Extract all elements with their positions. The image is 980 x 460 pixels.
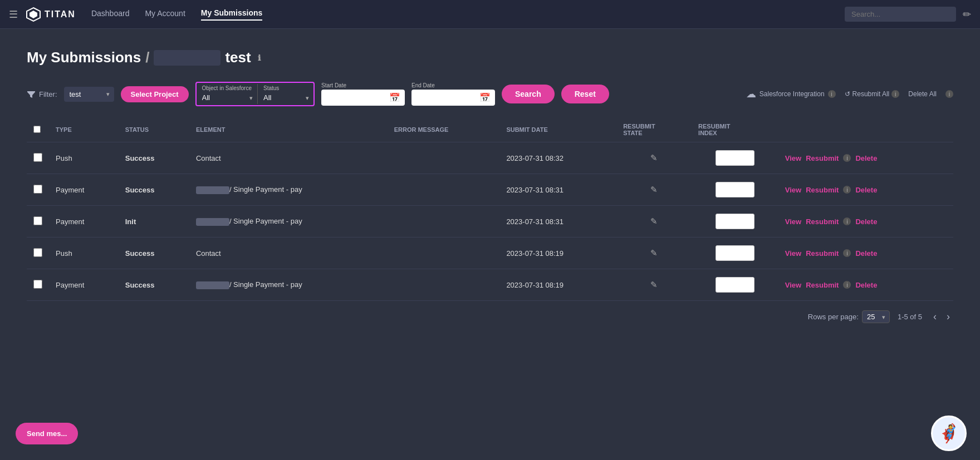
row-type: Payment: [49, 206, 119, 238]
resubmit-button-4[interactable]: Resubmit: [806, 281, 839, 289]
end-date-label: End Date: [411, 82, 495, 88]
row-checkbox-cell: [27, 142, 49, 174]
row-submit-date: 2023-07-31 08:32: [499, 142, 616, 174]
row-element: / Single Payment - pay: [189, 206, 388, 238]
row-checkbox-2[interactable]: [33, 216, 42, 225]
row-element: Contact: [189, 142, 388, 174]
cloud-icon: ☁: [746, 88, 756, 100]
row-checkbox-cell: [27, 174, 49, 206]
resubmit-info-icon-0[interactable]: i: [843, 154, 851, 162]
element-redacted: [196, 186, 229, 194]
filter-bar: Filter: test Select Project Object in Sa…: [27, 82, 953, 106]
row-status: Success: [119, 269, 189, 301]
delete-button-1[interactable]: Delete: [855, 186, 877, 194]
project-filter-select[interactable]: test: [64, 87, 114, 102]
resubmit-index-input-3[interactable]: [716, 245, 754, 261]
row-element: / Single Payment - pay: [189, 174, 388, 206]
view-button-2[interactable]: View: [785, 217, 801, 226]
resubmit-info-icon-2[interactable]: i: [843, 217, 851, 225]
status-select[interactable]: All Success Error Init: [258, 91, 313, 104]
start-date-input[interactable]: [326, 93, 387, 102]
row-resubmit-index: [692, 238, 778, 269]
table-body: PushSuccessContact2023-07-31 08:32✎ViewR…: [27, 142, 953, 301]
resubmit-index-input-4[interactable]: [716, 277, 754, 293]
resubmit-all-icon: ↺: [845, 90, 850, 98]
view-button-3[interactable]: View: [785, 249, 801, 258]
resubmit-info-icon-1[interactable]: i: [843, 186, 851, 194]
row-resubmit-index: [692, 174, 778, 206]
resubmit-state-edit-icon[interactable]: ✎: [650, 153, 658, 162]
delete-button-2[interactable]: Delete: [855, 217, 877, 226]
pagination-next-button[interactable]: ›: [943, 310, 953, 324]
row-error-message: [388, 174, 500, 206]
resubmit-info-icon-4[interactable]: i: [843, 281, 851, 289]
header-resubmit-index: RESUBMITINDEX: [692, 117, 778, 142]
project-name-redacted: [154, 50, 220, 66]
element-redacted: [196, 281, 229, 289]
end-date-input[interactable]: [416, 93, 477, 102]
rows-per-page-select[interactable]: 10 25 50 100: [862, 310, 890, 323]
row-actions: ViewResubmitiDelete: [778, 174, 953, 206]
resubmit-state-edit-icon[interactable]: ✎: [650, 248, 658, 258]
table-row: PushSuccessContact2023-07-31 08:32✎ViewR…: [27, 142, 953, 174]
filter-right-actions: ☁ Salesforce Integration i ↺ Resubmit Al…: [746, 88, 953, 100]
table-row: PaymentSuccess/ Single Payment - pay2023…: [27, 174, 953, 206]
resubmit-button-0[interactable]: Resubmit: [806, 154, 839, 162]
nav-my-account[interactable]: My Account: [145, 9, 185, 20]
row-checkbox-cell: [27, 269, 49, 301]
salesforce-integration[interactable]: ☁ Salesforce Integration i: [746, 88, 836, 100]
resubmit-index-input-2[interactable]: [716, 214, 754, 229]
row-checkbox-4[interactable]: [33, 280, 42, 289]
edit-icon[interactable]: ✏: [963, 8, 971, 21]
end-date-calendar-icon[interactable]: 📅: [479, 92, 491, 103]
row-checkbox-0[interactable]: [33, 153, 42, 162]
top-search-input[interactable]: [845, 7, 956, 22]
resubmit-index-input-0[interactable]: [716, 150, 754, 166]
select-project-button[interactable]: Select Project: [121, 86, 189, 102]
view-button-0[interactable]: View: [785, 154, 801, 162]
resubmit-button-2[interactable]: Resubmit: [806, 217, 839, 226]
row-submit-date: 2023-07-31 08:19: [499, 238, 616, 269]
delete-button-0[interactable]: Delete: [855, 154, 877, 162]
resubmit-all-info-icon[interactable]: i: [891, 90, 899, 98]
start-date-calendar-icon[interactable]: 📅: [389, 92, 400, 103]
title-info-icon[interactable]: ℹ: [258, 53, 261, 62]
view-button-1[interactable]: View: [785, 186, 801, 194]
row-actions: ViewResubmitiDelete: [778, 142, 953, 174]
delete-all[interactable]: Delete All: [908, 90, 937, 98]
row-resubmit-state: ✎: [616, 238, 692, 269]
hamburger-menu-icon[interactable]: ☰: [9, 8, 18, 21]
header-actions: [778, 117, 953, 142]
nav-dashboard[interactable]: Dashboard: [91, 9, 130, 20]
search-button[interactable]: Search: [502, 85, 555, 103]
nav-my-submissions[interactable]: My Submissions: [201, 8, 262, 21]
row-checkbox-3[interactable]: [33, 248, 42, 257]
sf-object-select[interactable]: All Contact Lead Account: [197, 91, 252, 104]
table-row: PushSuccessContact2023-07-31 08:19✎ViewR…: [27, 238, 953, 269]
sf-integration-label: Salesforce Integration: [759, 90, 825, 98]
sf-integration-info-icon[interactable]: i: [828, 90, 836, 98]
row-type: Push: [49, 238, 119, 269]
pagination-prev-button[interactable]: ‹: [930, 310, 940, 324]
delete-button-3[interactable]: Delete: [855, 249, 877, 258]
avatar-icon: 🦸: [938, 423, 960, 444]
row-checkbox-1[interactable]: [33, 185, 42, 194]
reset-button[interactable]: Reset: [561, 85, 609, 103]
top-navigation: ☰ TITAN Dashboard My Account My Submissi…: [0, 0, 980, 29]
resubmit-index-input-1[interactable]: [716, 182, 754, 197]
row-resubmit-state: ✎: [616, 269, 692, 301]
resubmit-button-1[interactable]: Resubmit: [806, 186, 839, 194]
view-button-4[interactable]: View: [785, 281, 801, 289]
delete-button-4[interactable]: Delete: [855, 281, 877, 289]
resubmit-info-icon-3[interactable]: i: [843, 249, 851, 257]
delete-all-info-icon[interactable]: i: [945, 90, 953, 98]
filter-label: Filter:: [27, 90, 57, 98]
avatar-bubble[interactable]: 🦸: [931, 416, 967, 451]
resubmit-all[interactable]: ↺ Resubmit All i: [845, 90, 900, 98]
resubmit-state-edit-icon[interactable]: ✎: [650, 280, 658, 289]
resubmit-button-3[interactable]: Resubmit: [806, 249, 839, 258]
select-all-checkbox[interactable]: [33, 126, 41, 133]
send-message-button[interactable]: Send mes...: [16, 423, 78, 444]
resubmit-state-edit-icon[interactable]: ✎: [650, 185, 658, 194]
resubmit-state-edit-icon[interactable]: ✎: [650, 216, 658, 226]
